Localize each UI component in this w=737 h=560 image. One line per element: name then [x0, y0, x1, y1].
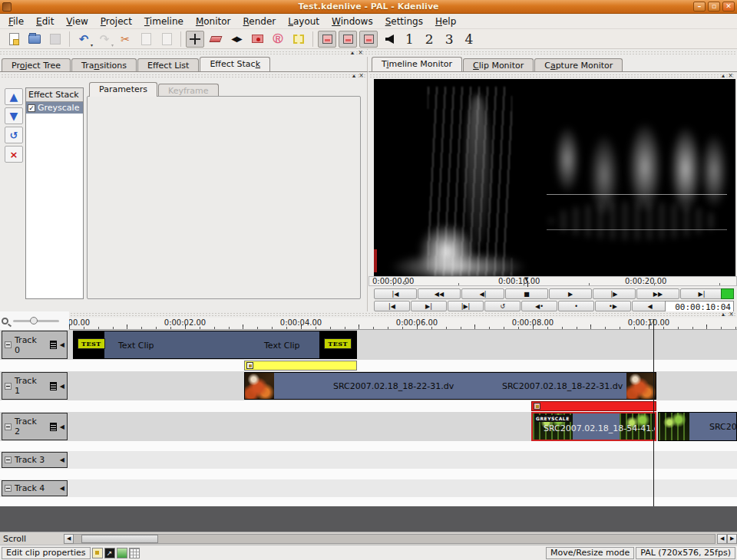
- effect-delete-button[interactable]: ×: [5, 146, 23, 163]
- track-header-1[interactable]: Track 1 ◀: [2, 372, 68, 400]
- tab-parameters[interactable]: Parameters: [89, 82, 157, 97]
- overwrite-mode-button[interactable]: [339, 31, 357, 48]
- razor-tool-button[interactable]: [207, 31, 225, 48]
- effect-reset-button[interactable]: ↺: [5, 127, 23, 143]
- effect-stack-list[interactable]: Effect Stack ✓ Greyscale: [25, 87, 84, 299]
- zone-start-button[interactable]: |◀: [374, 301, 410, 311]
- record-region-button[interactable]: [248, 31, 266, 48]
- loop-zone-button[interactable]: ↺: [484, 301, 521, 311]
- play-zone-button[interactable]: |▶|: [448, 301, 484, 311]
- monitor-zone-marker[interactable]: [403, 281, 407, 285]
- collapse-track-icon[interactable]: [5, 383, 12, 390]
- tab-effect-stack[interactable]: Effect Stack: [200, 57, 270, 71]
- move-resize-tool-icon[interactable]: ↗: [104, 548, 115, 558]
- back-button[interactable]: ◀: [632, 301, 668, 311]
- effect-move-down-button[interactable]: ▼: [5, 107, 23, 124]
- render-region-button[interactable]: Ⓡ: [269, 31, 287, 48]
- layout-4-button[interactable]: 4: [460, 31, 478, 47]
- text-clip[interactable]: TEST TEST Text Clip Text Clip: [73, 331, 357, 359]
- add-marker-button[interactable]: •: [558, 301, 594, 311]
- undo-button[interactable]: ↶▾: [74, 31, 93, 48]
- redo-button[interactable]: ↷▾: [95, 31, 114, 48]
- dock-float-icon[interactable]: ▴: [722, 311, 725, 318]
- dock-float-icon[interactable]: ▴: [351, 49, 354, 56]
- horizontal-scrollbar[interactable]: [74, 534, 716, 544]
- scrollbar-thumb[interactable]: [81, 535, 158, 543]
- play-button[interactable]: ▶: [549, 288, 592, 299]
- image-clip-tool-icon[interactable]: [117, 548, 127, 558]
- video-clip-2-selected[interactable]: GREYSCALE SRC2007.02.18_18-54-41.dv: [531, 412, 656, 441]
- menu-file[interactable]: File: [3, 15, 29, 28]
- zone-end-button[interactable]: ▶|: [411, 301, 447, 311]
- minimize-button[interactable]: –: [693, 2, 706, 12]
- menu-project[interactable]: Project: [95, 15, 137, 28]
- snap-mode-button[interactable]: [318, 31, 336, 48]
- dock-close-icon[interactable]: ×: [729, 311, 734, 318]
- playhead-marker[interactable]: ▽: [649, 318, 654, 325]
- move-tool-button[interactable]: [186, 31, 204, 48]
- dock-close-icon[interactable]: ×: [728, 72, 733, 79]
- collapse-track-icon[interactable]: [5, 485, 12, 492]
- new-project-button[interactable]: [5, 31, 23, 48]
- video-clip-3[interactable]: SRC2007.02.18_18-54-41.dv: [658, 412, 737, 441]
- frame-forward-button[interactable]: |▶: [593, 288, 636, 299]
- track-lane-4[interactable]: [0, 479, 737, 497]
- tab-clip-monitor[interactable]: Clip Monitor: [463, 58, 534, 71]
- effect-item-greyscale[interactable]: ✓ Greyscale: [26, 102, 83, 114]
- tab-timeline-monitor[interactable]: Timeline Monitor: [372, 57, 462, 71]
- monitor-playhead[interactable]: ▼: [524, 277, 531, 287]
- collapse-track-icon[interactable]: [5, 456, 12, 463]
- tab-transitions[interactable]: Transitions: [71, 58, 137, 71]
- menu-monitor[interactable]: Monitor: [190, 15, 236, 28]
- save-project-button[interactable]: [46, 31, 64, 48]
- go-start-button[interactable]: |◀: [374, 288, 417, 299]
- collapse-track-icon[interactable]: [5, 341, 12, 348]
- close-button[interactable]: ✕: [722, 2, 735, 12]
- effect-move-up-button[interactable]: ▲: [5, 88, 23, 105]
- menu-help[interactable]: Help: [430, 15, 461, 28]
- track-header-0[interactable]: Track 0 ◀: [2, 331, 68, 359]
- dock-handle[interactable]: ▴ ×: [2, 73, 366, 80]
- tab-project-tree[interactable]: Project Tree: [2, 58, 71, 71]
- dock-handle[interactable]: ▴ ×: [0, 50, 368, 57]
- track-lane-3[interactable]: [0, 451, 737, 469]
- go-start-button[interactable]: [380, 31, 398, 48]
- menu-timeline[interactable]: Timeline: [139, 15, 189, 28]
- zoom-slider-thumb[interactable]: [30, 317, 38, 324]
- layout-2-button[interactable]: 2: [421, 31, 438, 47]
- rewind-button[interactable]: ◀◀: [418, 288, 461, 299]
- collapse-track-icon[interactable]: [5, 423, 12, 430]
- menu-render[interactable]: Render: [238, 15, 282, 28]
- playhead-line[interactable]: [653, 319, 654, 506]
- dock-handle[interactable]: [368, 50, 737, 57]
- menu-settings[interactable]: Settings: [380, 15, 428, 28]
- menu-view[interactable]: View: [61, 15, 93, 28]
- scroll-left-button[interactable]: ◀: [64, 534, 74, 544]
- cut-button[interactable]: ✂: [116, 31, 134, 48]
- layout-3-button[interactable]: 3: [441, 31, 458, 47]
- tab-capture-monitor[interactable]: Capture Monitor: [534, 58, 623, 71]
- track-header-4[interactable]: Track 4 ◀: [2, 480, 68, 496]
- scroll-right-button[interactable]: ▶: [727, 534, 737, 544]
- frame-back-button[interactable]: ◀|: [461, 288, 504, 299]
- copy-button[interactable]: [137, 31, 155, 48]
- video-clip-1[interactable]: SRC2007.02.18_18-22-31.dv SRC2007.02.18_…: [244, 372, 656, 400]
- maximize-button[interactable]: ▫: [708, 2, 720, 12]
- dock-close-icon[interactable]: ×: [358, 49, 363, 56]
- paste-button[interactable]: [157, 31, 176, 48]
- stop-button[interactable]: ■: [505, 288, 548, 299]
- scroll-left-button-2[interactable]: ◀: [717, 534, 727, 544]
- properties-grid-icon[interactable]: [129, 548, 140, 558]
- timeline-ruler[interactable]: 0:00:00.00 0:00:02.00 0:00:04.00 0:00:06…: [0, 318, 737, 330]
- layout-1-button[interactable]: 1: [401, 31, 418, 47]
- effect-enabled-checkbox[interactable]: ✓: [28, 104, 35, 112]
- prev-marker-button[interactable]: ◀•: [521, 301, 557, 311]
- menu-windows[interactable]: Windows: [326, 15, 378, 28]
- go-end-button[interactable]: ▶|: [680, 288, 723, 299]
- menu-edit[interactable]: Edit: [31, 15, 59, 28]
- transition-red[interactable]: [531, 401, 656, 411]
- fast-forward-button[interactable]: ▶▶: [636, 288, 679, 299]
- tab-effect-list[interactable]: Effect List: [137, 58, 199, 71]
- track-header-2[interactable]: Track 2 ◀: [2, 413, 68, 440]
- dock-close-icon[interactable]: ×: [359, 72, 364, 79]
